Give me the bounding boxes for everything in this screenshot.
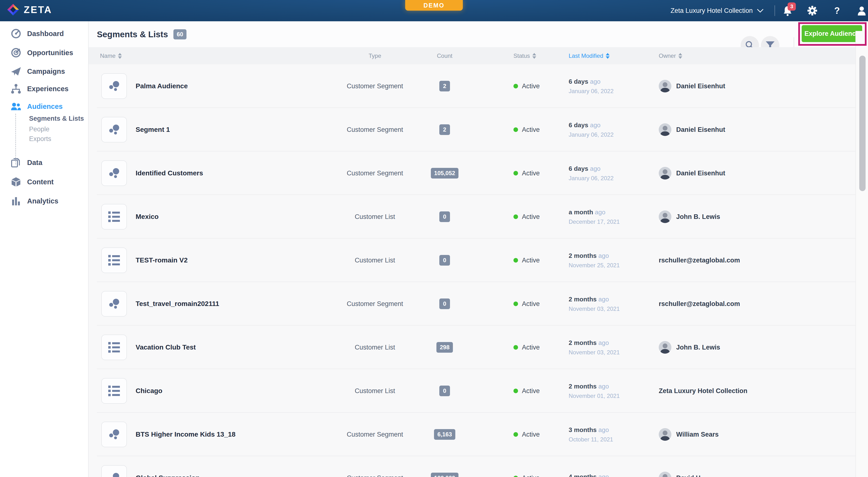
sidebar-item-label: Data — [27, 159, 42, 167]
dashboard-icon — [11, 28, 21, 39]
column-header-name[interactable]: Name — [100, 47, 122, 64]
sidebar-subitem-exports[interactable]: Exports — [0, 133, 89, 145]
status-label: Active — [522, 126, 540, 134]
question-mark-icon: ? — [834, 6, 840, 16]
table-row[interactable]: Chicago Customer List 0 Active 2 months … — [89, 369, 868, 413]
owner-name: Daniel Eisenhut — [676, 82, 725, 90]
main-content: Segments & Lists 60 Explore Audience Nam… — [89, 21, 868, 477]
modified-relative: 4 months ago — [569, 473, 649, 477]
page-header: Segments & Lists 60 Explore Audience — [89, 21, 868, 47]
row-type: Customer List — [339, 213, 411, 220]
column-header-last-modified[interactable]: Last Modified — [569, 47, 610, 64]
cube-icon — [11, 177, 21, 187]
row-last-modified: 4 months ago — [569, 473, 649, 477]
count-badge: 0 — [439, 211, 450, 222]
segment-icon — [107, 79, 121, 93]
table-row[interactable]: Identified Customers Customer Segment 10… — [89, 151, 868, 195]
table-row[interactable]: BTS Higher Income Kids 13_18 Customer Se… — [89, 413, 868, 456]
scrollbar-thumb[interactable] — [859, 56, 866, 191]
owner-name: Zeta Luxury Hotel Collection — [659, 387, 747, 395]
sidebar-item-label: Opportunities — [27, 49, 73, 57]
modified-relative: 3 months ago — [569, 426, 649, 434]
column-label: Name — [100, 53, 116, 59]
sidebar-item-content[interactable]: Content — [0, 174, 89, 190]
row-owner: John B. Lewis — [659, 210, 720, 223]
table-row[interactable]: Palma Audience Customer Segment 2 Active… — [89, 64, 868, 108]
status-dot-icon — [514, 214, 518, 219]
modified-date: January 06, 2022 — [569, 175, 649, 182]
user-menu-button[interactable] — [857, 5, 867, 16]
column-header-owner[interactable]: Owner — [659, 47, 682, 64]
table-row[interactable]: Global Suppression Customer Segment 100,… — [89, 456, 868, 477]
status-label: Active — [522, 82, 540, 90]
row-status: Active — [514, 82, 540, 90]
help-button[interactable]: ? — [832, 5, 842, 16]
sidebar-item-data[interactable]: Data — [0, 155, 89, 170]
notifications-button[interactable]: 3 — [782, 5, 793, 16]
row-type: Customer List — [339, 344, 411, 351]
table-row[interactable]: Vacation Club Test Customer List 298 Act… — [89, 326, 868, 369]
row-name: Test_travel_romain202111 — [135, 300, 219, 308]
gear-icon — [807, 5, 817, 16]
sidebar-item-label: Experiences — [27, 85, 68, 93]
sidebar-item-audiences[interactable]: Audiences — [0, 99, 89, 114]
sidebar-item-experiences[interactable]: Experiences — [0, 81, 89, 97]
owner-name: Daniel Eisenhut — [676, 170, 725, 177]
row-name: Global Suppression — [135, 474, 199, 477]
status-dot-icon — [514, 171, 518, 176]
owner-name: rschuller@zetaglobal.com — [659, 300, 740, 308]
settings-button[interactable] — [807, 5, 817, 16]
owner-name: John B. Lewis — [676, 344, 720, 351]
row-owner: Daniel Eisenhut — [659, 167, 725, 179]
list-icon — [107, 254, 121, 266]
modified-date: December 17, 2021 — [569, 218, 649, 225]
segment-icon — [107, 297, 121, 311]
row-type-icon-box — [101, 378, 127, 404]
zeta-logo[interactable]: ZETA — [7, 3, 52, 16]
sidebar-item-dashboard[interactable]: Dashboard — [0, 26, 89, 41]
row-status: Active — [514, 431, 540, 438]
table-row[interactable]: Test_travel_romain202111 Customer Segmen… — [89, 282, 868, 326]
row-type: Customer Segment — [339, 300, 411, 308]
row-last-modified: 3 months ago October 11, 2021 — [569, 426, 649, 443]
avatar-person-icon — [659, 80, 671, 92]
row-owner: William Sears — [659, 428, 719, 441]
status-label: Active — [522, 257, 540, 264]
row-type: Customer List — [339, 257, 411, 264]
avatar-person-icon — [659, 341, 671, 354]
table-row[interactable]: Segment 1 Customer Segment 2 Active 6 da… — [89, 108, 868, 151]
sidebar-item-opportunities[interactable]: Opportunities — [0, 45, 89, 61]
row-last-modified: 6 days ago January 06, 2022 — [569, 78, 649, 95]
account-switcher[interactable]: Zeta Luxury Hotel Collection — [671, 0, 764, 21]
modified-date: November 25, 2021 — [569, 262, 649, 269]
row-last-modified: 6 days ago January 06, 2022 — [569, 165, 649, 182]
row-name: Segment 1 — [135, 126, 170, 134]
modified-relative: 6 days ago — [569, 122, 649, 129]
status-dot-icon — [514, 258, 518, 263]
table-row[interactable]: Mexico Customer List 0 Active a month ag… — [89, 195, 868, 238]
sidebar-subitem-segments-lists[interactable]: Segments & Lists — [0, 113, 89, 124]
owner-name: John B. Lewis — [676, 213, 720, 220]
row-owner: Daniel Eisenhut — [659, 80, 725, 92]
modified-date: November 03, 2021 — [569, 306, 649, 312]
table-row[interactable]: TEST-romain V2 Customer List 0 Active 2 … — [89, 238, 868, 282]
sidebar-item-label: Dashboard — [27, 30, 64, 38]
modified-relative: 2 months ago — [569, 383, 649, 390]
sidebar-subitem-label: Exports — [29, 135, 51, 143]
sort-arrows-icon — [532, 53, 536, 59]
row-status: Active — [514, 213, 540, 220]
count-badge: 6,163 — [434, 429, 455, 440]
owner-avatar — [659, 123, 671, 136]
column-header-status[interactable]: Status — [514, 47, 536, 64]
status-label: Active — [522, 474, 540, 477]
count-badge: 105,052 — [431, 168, 459, 178]
owner-name: David H — [676, 474, 701, 477]
owner-name: Daniel Eisenhut — [676, 126, 725, 134]
sidebar-item-campaigns[interactable]: Campaigns — [0, 64, 89, 79]
avatar-person-icon — [659, 210, 671, 223]
sidebar-item-analytics[interactable]: Analytics — [0, 193, 89, 209]
row-type: Customer List — [339, 387, 411, 395]
status-dot-icon — [514, 476, 518, 477]
modified-date: January 06, 2022 — [569, 131, 649, 138]
scrollbar-track[interactable] — [856, 31, 868, 477]
